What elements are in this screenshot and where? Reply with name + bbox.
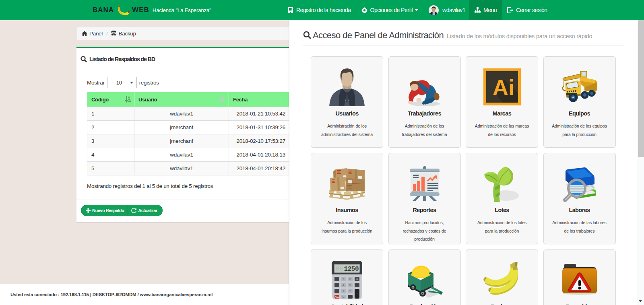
svg-text:2: 2	[349, 289, 351, 293]
svg-text:×: ×	[356, 277, 358, 281]
svg-text:00: 00	[336, 266, 343, 273]
svg-text:1: 1	[343, 289, 345, 293]
svg-text:Ai: Ai	[493, 75, 514, 99]
svg-text:.: .	[350, 295, 351, 299]
svg-text:5: 5	[349, 283, 351, 287]
svg-text:8: 8	[349, 277, 351, 281]
svg-text:AC: AC	[334, 295, 339, 299]
svg-text:4: 4	[343, 283, 345, 287]
svg-text:7: 7	[343, 277, 345, 281]
svg-text:+: +	[356, 292, 358, 296]
svg-text:1250: 1250	[344, 266, 359, 273]
svg-text:0: 0	[343, 295, 345, 299]
svg-text:−: −	[356, 283, 358, 287]
